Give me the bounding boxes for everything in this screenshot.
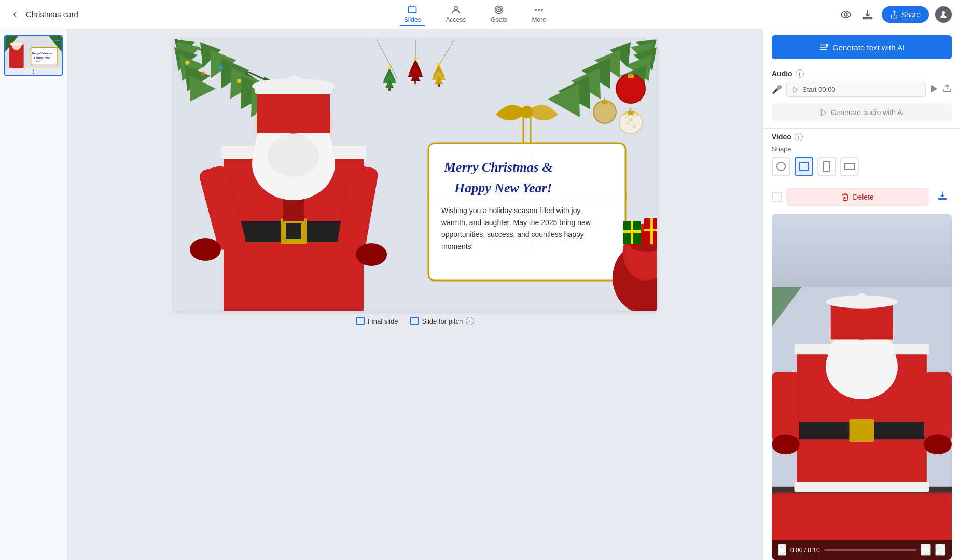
back-button[interactable] xyxy=(8,8,22,21)
tab-slides[interactable]: Slides xyxy=(400,3,425,26)
svg-marker-137 xyxy=(931,86,936,92)
document-title: Christmas card xyxy=(26,10,78,19)
svg-rect-17 xyxy=(10,43,23,46)
topbar-right: Share xyxy=(838,6,952,23)
svg-rect-0 xyxy=(409,7,416,13)
svg-point-84 xyxy=(437,63,440,66)
svg-point-79 xyxy=(414,58,417,61)
shape-landscape-option[interactable] xyxy=(840,157,859,176)
download-button[interactable] xyxy=(860,7,875,22)
svg-rect-129 xyxy=(623,230,641,233)
svg-point-9 xyxy=(541,9,543,10)
svg-text:moments!: moments! xyxy=(441,242,473,250)
video-time: 0:00 / 0:10 xyxy=(790,547,820,554)
generate-audio-button[interactable]: Generate audio with AI xyxy=(772,103,952,122)
tab-more[interactable]: More xyxy=(528,3,550,26)
final-slide-label: Final slide xyxy=(368,317,398,325)
svg-line-166 xyxy=(941,546,943,549)
final-slide-checkbox-label[interactable]: Final slide xyxy=(356,317,398,325)
svg-rect-145 xyxy=(794,482,929,492)
slide-number: 1 xyxy=(5,69,62,75)
video-preview-content xyxy=(772,214,952,560)
tab-access[interactable]: Access xyxy=(441,3,470,26)
audio-section: Audio i 🎤 Start 00:00 xyxy=(763,65,960,101)
preview-button[interactable] xyxy=(838,7,854,22)
svg-point-11 xyxy=(942,11,945,15)
svg-rect-58 xyxy=(602,101,608,104)
svg-point-3 xyxy=(454,6,457,10)
audio-upload-button[interactable] xyxy=(942,83,952,95)
sidebar: Merry Christmas & Happy New Year! ••• 1 xyxy=(0,29,67,560)
topbar-center: Slides Access Goals More xyxy=(112,3,838,26)
svg-text:Merry Christmas: Merry Christmas xyxy=(32,52,52,55)
svg-rect-131 xyxy=(644,229,657,231)
svg-point-96 xyxy=(268,135,319,177)
svg-point-8 xyxy=(538,9,540,10)
shape-square-option[interactable] xyxy=(795,157,813,176)
slide-for-pitch-checkbox[interactable] xyxy=(410,317,419,325)
slide-thumbnail-1[interactable]: Merry Christmas & Happy New Year! ••• 1 xyxy=(4,35,63,76)
generate-text-label: Generate text with AI xyxy=(832,43,905,52)
svg-point-160 xyxy=(856,293,868,305)
svg-point-36 xyxy=(201,72,204,75)
svg-text:opportunities, success, and co: opportunities, success, and countless ha… xyxy=(441,230,584,239)
svg-point-149 xyxy=(860,335,896,381)
svg-point-10 xyxy=(844,13,847,16)
shape-circle-option[interactable] xyxy=(772,157,790,176)
audio-section-title: Audio i xyxy=(772,69,952,78)
generate-text-button[interactable]: T Generate text with AI xyxy=(772,35,952,59)
audio-start-input[interactable]: Start 00:00 xyxy=(786,82,926,97)
audio-play-button[interactable] xyxy=(930,85,938,95)
generate-audio-label: Generate audio with AI xyxy=(831,108,905,117)
video-section-title: Video i xyxy=(763,133,960,145)
video-play-button[interactable]: ▶ xyxy=(778,544,786,556)
video-controls-bar: ▶ 0:00 / 0:10 xyxy=(772,540,952,560)
svg-point-38 xyxy=(237,79,241,83)
svg-rect-143 xyxy=(849,419,874,442)
svg-point-112 xyxy=(356,243,387,266)
share-button[interactable]: Share xyxy=(882,6,929,23)
video-info-icon[interactable]: i xyxy=(795,133,803,141)
user-avatar[interactable] xyxy=(935,6,952,23)
svg-text:Merry Christmas &: Merry Christmas & xyxy=(443,160,553,175)
audio-info-icon[interactable]: i xyxy=(796,69,804,78)
bottom-controls: Final slide Slide for pitch i xyxy=(356,317,474,325)
video-volume-button[interactable] xyxy=(921,544,931,556)
shape-portrait-option[interactable] xyxy=(817,157,836,176)
video-fullscreen-button[interactable] xyxy=(935,544,945,556)
svg-line-167 xyxy=(937,550,940,552)
svg-rect-83 xyxy=(438,84,440,87)
svg-point-7 xyxy=(535,9,537,10)
shape-options xyxy=(772,157,952,176)
tab-goals[interactable]: Goals xyxy=(486,3,511,26)
svg-point-108 xyxy=(286,76,301,91)
svg-text:T: T xyxy=(826,44,828,47)
slide-for-pitch-label: Slide for pitch xyxy=(422,317,463,325)
svg-rect-88 xyxy=(286,223,301,239)
action-row: Delete xyxy=(763,186,960,214)
svg-text:Happy New Year!: Happy New Year! xyxy=(454,180,552,195)
svg-point-62 xyxy=(629,118,633,122)
svg-point-74 xyxy=(388,66,391,69)
svg-point-6 xyxy=(498,9,499,10)
divider-1 xyxy=(763,128,960,129)
video-download-button[interactable] xyxy=(933,186,952,207)
final-slide-checkbox[interactable] xyxy=(356,317,365,325)
slide-canvas[interactable]: Merry Christmas & Happy New Year! Wishin… xyxy=(174,39,657,311)
svg-text:Year!: Year! xyxy=(36,60,40,62)
audio-controls: 🎤 Start 00:00 xyxy=(772,82,952,97)
svg-point-163 xyxy=(772,435,800,455)
delete-button[interactable]: Delete xyxy=(786,188,929,206)
slide-for-pitch-checkbox-label[interactable]: Slide for pitch i xyxy=(410,317,474,325)
slide-for-pitch-info-icon[interactable]: i xyxy=(466,317,474,325)
right-panel: T Generate text with AI Audio i 🎤 Start … xyxy=(763,29,960,560)
svg-point-164 xyxy=(924,435,952,455)
video-progress-bar[interactable] xyxy=(824,549,916,551)
svg-rect-54 xyxy=(628,74,634,78)
svg-rect-78 xyxy=(414,81,416,84)
slide-thumb-menu[interactable]: ••• xyxy=(54,38,60,44)
svg-text:Wishing you a holiday season f: Wishing you a holiday season filled with… xyxy=(441,206,582,215)
svg-point-64 xyxy=(632,125,636,129)
svg-text:& Happy New: & Happy New xyxy=(34,57,51,59)
video-checkbox[interactable] xyxy=(772,192,782,202)
